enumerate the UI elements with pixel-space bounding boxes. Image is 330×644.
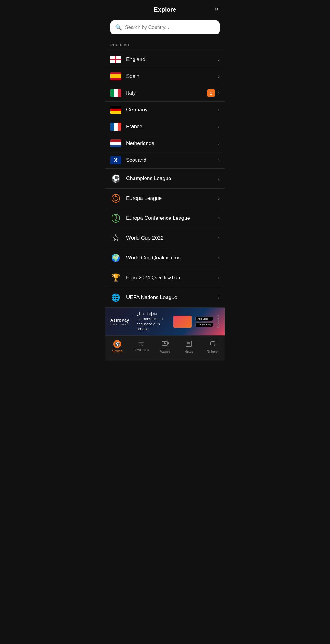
nav-label-refresh: Refresh <box>207 350 219 353</box>
list-item-france[interactable]: France › <box>105 118 225 135</box>
flag-france <box>110 123 121 131</box>
svg-point-3 <box>112 214 120 222</box>
nav-item-favourites[interactable]: ☆ Favourites <box>129 339 153 355</box>
page-title: Explore <box>154 6 176 13</box>
list-item-euro-2024-qualification[interactable]: 🏆 Euro 2024 Qualification › <box>105 268 225 288</box>
nav-item-scores[interactable]: ⚽ Scores <box>105 339 129 355</box>
chevron-icon-spain: › <box>218 74 220 79</box>
list-item-scotland[interactable]: Scotland › <box>105 152 225 168</box>
chevron-icon-france: › <box>218 124 220 129</box>
search-bar[interactable]: 🔍 <box>110 20 220 34</box>
list-item-europa-conference-league[interactable]: Europa Conference League › <box>105 208 225 228</box>
svg-rect-4 <box>115 216 117 219</box>
search-input[interactable] <box>125 25 215 30</box>
flag-italy <box>110 89 121 97</box>
nav-label-news: News <box>185 350 193 353</box>
nav-label-favourites: Favourites <box>133 348 149 352</box>
flag-germany <box>110 106 121 114</box>
bottom-nav: ⚽ Scores ☆ Favourites Watch News <box>105 335 225 361</box>
item-label-europa-league: Europa League <box>126 195 218 201</box>
google-play-badge[interactable]: Google Play <box>195 322 213 327</box>
ad-brand-sub: SIMPLE MONEY <box>110 323 129 326</box>
flag-spain <box>110 72 121 80</box>
chevron-icon-netherlands: › <box>218 141 220 146</box>
ad-text: ¿Una tarjeta internacional en segundos? … <box>137 311 170 332</box>
flag-england <box>110 56 121 63</box>
list-item-germany[interactable]: Germany › <box>105 101 225 118</box>
list-item-europa-league[interactable]: Europa League › <box>105 188 225 208</box>
list-item-world-cup-qualification[interactable]: 🌍 World Cup Qualification › <box>105 248 225 268</box>
item-label-world-cup-2022: World Cup 2022 <box>126 235 218 241</box>
item-label-uefa-nations-league: UEFA Nations League <box>126 295 218 301</box>
chevron-icon-champions-league: › <box>218 176 220 181</box>
favourites-icon: ☆ <box>138 340 144 347</box>
icon-champions-league: ⚽ <box>110 173 121 184</box>
news-icon <box>185 340 193 349</box>
item-label-italy: Italy <box>126 90 207 96</box>
header: Explore × <box>105 0 225 18</box>
icon-world-cup-2022 <box>110 233 121 244</box>
chevron-icon-scotland: › <box>218 157 220 163</box>
list-item-england[interactable]: England › <box>105 51 225 68</box>
icon-euro-2024-qualification: 🏆 <box>110 272 121 283</box>
list-item-world-cup-2022[interactable]: World Cup 2022 › <box>105 228 225 248</box>
svg-rect-2 <box>116 195 116 197</box>
list-item-spain[interactable]: Spain › <box>105 68 225 85</box>
list-item-italy[interactable]: Italy 1 › <box>105 85 225 101</box>
list-item-uefa-nations-league[interactable]: 🌐 UEFA Nations League › <box>105 288 225 307</box>
list-item-champions-league[interactable]: ⚽ Champions League › <box>105 168 225 188</box>
chevron-icon-world-cup-qualification: › <box>218 255 220 261</box>
nav-item-refresh[interactable]: Refresh <box>201 339 225 355</box>
chevron-icon-europa-league: › <box>218 196 220 201</box>
item-label-champions-league: Champions League <box>126 175 218 182</box>
chevron-icon-uefa-nations-league: › <box>218 295 220 300</box>
ad-divider <box>133 316 133 328</box>
item-label-france: France <box>126 124 218 130</box>
items-list: England › Spain › Italy 1 › Germany › Fr… <box>105 51 225 307</box>
ad-banner[interactable]: AstroPay SIMPLE MONEY ¿Una tarjeta inter… <box>105 307 225 335</box>
nav-label-watch: Watch <box>160 350 170 353</box>
ad-card-image <box>173 316 192 328</box>
icon-europa-league <box>110 193 121 204</box>
item-label-netherlands: Netherlands <box>126 140 218 147</box>
flag-scotland <box>110 156 121 164</box>
item-label-spain: Spain <box>126 73 218 79</box>
chevron-icon-euro-2024-qualification: › <box>218 275 220 280</box>
scores-icon: ⚽ <box>113 340 121 348</box>
nav-item-watch[interactable]: Watch <box>153 339 177 355</box>
ad-logo: AstroPay SIMPLE MONEY <box>110 317 129 326</box>
nav-label-scores: Scores <box>112 349 123 353</box>
item-label-euro-2024-qualification: Euro 2024 Qualification <box>126 275 218 281</box>
item-label-world-cup-qualification: World Cup Qualification <box>126 255 218 261</box>
icon-world-cup-qualification: 🌍 <box>110 252 121 263</box>
ad-brand-name: AstroPay <box>110 318 129 323</box>
chevron-icon-italy: › <box>218 90 220 96</box>
item-label-england: England <box>126 56 218 63</box>
italy-badge: 1 <box>207 89 215 97</box>
item-label-germany: Germany <box>126 107 218 113</box>
flag-netherlands <box>110 139 121 147</box>
icon-europa-conference-league <box>110 213 121 224</box>
search-container: 🔍 <box>105 18 225 41</box>
watch-icon <box>161 340 169 349</box>
popular-section-label: POPULAR <box>105 41 225 51</box>
list-item-netherlands[interactable]: Netherlands › <box>105 135 225 152</box>
item-label-europa-conference-league: Europa Conference League <box>126 215 218 221</box>
refresh-icon <box>209 340 216 349</box>
ad-stores: App Store Google Play <box>195 317 213 327</box>
svg-marker-9 <box>164 342 166 344</box>
chevron-icon-world-cup-2022: › <box>218 235 220 241</box>
close-button[interactable]: × <box>215 6 218 13</box>
chevron-icon-england: › <box>218 57 220 62</box>
item-label-scotland: Scotland <box>126 157 218 163</box>
search-icon: 🔍 <box>115 24 122 31</box>
nav-item-news[interactable]: News <box>177 339 201 355</box>
icon-uefa-nations-league: 🌐 <box>110 292 121 303</box>
app-store-badge[interactable]: App Store <box>195 317 213 321</box>
chevron-icon-germany: › <box>218 107 220 113</box>
chevron-icon-europa-conference-league: › <box>218 215 220 221</box>
ad-publicidad-label: Publicidad <box>217 315 220 328</box>
svg-marker-8 <box>168 342 169 345</box>
